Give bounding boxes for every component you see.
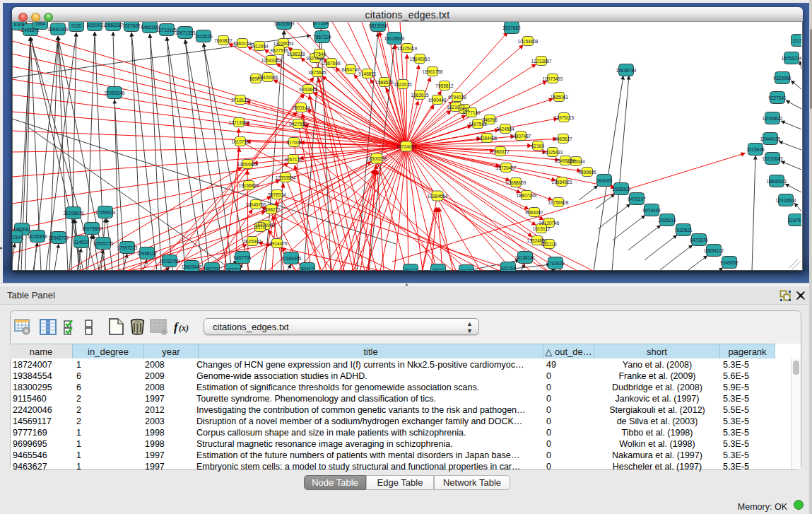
svg-text:2405571: 2405571: [21, 28, 40, 33]
svg-text:20364436: 20364436: [477, 136, 498, 141]
svg-text:10654112: 10654112: [704, 248, 724, 253]
svg-text:917004: 917004: [286, 140, 302, 145]
svg-text:3624554: 3624554: [496, 127, 514, 132]
svg-text:20053346: 20053346: [105, 90, 125, 95]
svg-text:20691406: 20691406: [48, 27, 69, 32]
svg-text:2383061: 2383061: [13, 227, 31, 232]
svg-text:12353594: 12353594: [276, 175, 296, 180]
svg-text:352214: 352214: [541, 242, 557, 247]
svg-text:9329966: 9329966: [773, 76, 792, 81]
svg-text:977164: 977164: [313, 22, 329, 25]
svg-text:1322035: 1322035: [394, 82, 412, 87]
svg-text:15720407: 15720407: [496, 165, 517, 170]
svg-text:96233: 96233: [206, 267, 218, 271]
svg-text:18300295: 18300295: [367, 156, 387, 161]
svg-text:14136141: 14136141: [515, 255, 536, 260]
svg-text:8309: 8309: [14, 22, 25, 27]
svg-text:6479197: 6479197: [628, 197, 646, 201]
svg-text:2803144: 2803144: [292, 105, 310, 110]
svg-text:2637682: 2637682: [502, 25, 521, 30]
svg-text:743221: 743221: [225, 267, 241, 271]
svg-text:9474444: 9474444: [642, 208, 661, 213]
svg-text:17359924: 17359924: [95, 210, 116, 215]
svg-text:18807249: 18807249: [517, 193, 537, 198]
svg-text:8471876: 8471876: [690, 238, 708, 243]
svg-text:98901: 98901: [249, 76, 262, 81]
svg-text:12213363: 12213363: [229, 120, 249, 125]
svg-text:9146821: 9146821: [358, 71, 377, 76]
svg-text:1498222: 1498222: [262, 207, 281, 212]
svg-text:2367608: 2367608: [322, 61, 341, 66]
svg-text:5578334: 5578334: [268, 192, 286, 197]
svg-text:7857224: 7857224: [313, 35, 331, 40]
svg-text:13654983: 13654983: [237, 162, 258, 167]
svg-text:8813054: 8813054: [369, 23, 387, 28]
svg-text:12505175: 12505175: [93, 241, 114, 246]
svg-text:9699695: 9699695: [578, 170, 596, 175]
svg-text:10025433: 10025433: [543, 150, 563, 155]
svg-text:7515526: 7515526: [194, 34, 213, 39]
svg-text:8660123: 8660123: [233, 41, 252, 46]
svg-text:9427552: 9427552: [289, 122, 307, 127]
svg-text:10653287: 10653287: [103, 23, 124, 28]
svg-text:10154808: 10154808: [518, 39, 539, 44]
svg-text:6497568: 6497568: [469, 122, 487, 127]
svg-text:15692921: 15692921: [767, 179, 787, 184]
svg-text:9327508: 9327508: [306, 56, 324, 61]
svg-text:10671355: 10671355: [175, 30, 196, 35]
svg-text:7632621: 7632621: [674, 228, 693, 233]
svg-text:9242845: 9242845: [299, 87, 317, 92]
svg-text:1664: 1664: [35, 22, 46, 26]
svg-text:1733426: 1733426: [546, 261, 565, 266]
svg-text:915043: 915043: [87, 23, 102, 28]
svg-text:16120746: 16120746: [539, 221, 560, 226]
svg-text:3215938: 3215938: [746, 147, 765, 152]
svg-text:77546: 77546: [313, 52, 326, 57]
svg-text:(x): (x): [179, 323, 189, 333]
svg-text:11325419: 11325419: [397, 46, 418, 51]
svg-text:8186328: 8186328: [287, 52, 305, 57]
svg-text:15640910: 15640910: [410, 57, 430, 62]
svg-text:6794028: 6794028: [448, 95, 466, 100]
svg-text:9245052: 9245052: [720, 260, 739, 265]
svg-text:80412: 80412: [301, 267, 314, 271]
svg-text:17957223: 17957223: [117, 245, 138, 250]
svg-text:4475344: 4475344: [567, 159, 585, 164]
svg-text:10688609: 10688609: [506, 180, 526, 185]
svg-text:11172: 11172: [792, 38, 801, 43]
svg-text:10543362: 10543362: [261, 58, 282, 63]
svg-text:12942737: 12942737: [49, 235, 69, 240]
svg-text:7986372: 7986372: [491, 149, 510, 154]
svg-text:16053809: 16053809: [274, 22, 295, 26]
svg-text:7955812: 7955812: [435, 83, 454, 88]
svg-text:114519: 114519: [73, 240, 89, 245]
svg-text:12975115: 12975115: [554, 115, 575, 120]
svg-text:2718129: 2718129: [231, 98, 249, 103]
svg-text:9227341: 9227341: [768, 95, 787, 100]
svg-text:2935114: 2935114: [659, 218, 676, 223]
svg-text:16210643: 16210643: [763, 156, 783, 161]
svg-text:920154: 920154: [500, 266, 516, 271]
svg-text:16914479: 16914479: [267, 241, 288, 246]
svg-text:16961758: 16961758: [423, 69, 443, 74]
svg-text:15751074: 15751074: [782, 56, 801, 61]
svg-text:18724007: 18724007: [396, 144, 417, 149]
svg-text:12213967: 12213967: [531, 59, 552, 64]
svg-text:8454749: 8454749: [341, 67, 360, 72]
svg-text:391544: 391544: [12, 235, 23, 240]
svg-text:73011: 73011: [432, 268, 445, 271]
svg-text:7625402: 7625402: [243, 239, 261, 244]
svg-text:9084067: 9084067: [525, 210, 543, 215]
svg-text:7663822: 7663822: [214, 38, 233, 43]
svg-text:9327505: 9327505: [270, 48, 288, 53]
svg-text:19218506: 19218506: [384, 36, 405, 41]
svg-text:6990448: 6990448: [428, 98, 447, 103]
svg-text:17164485: 17164485: [281, 256, 302, 261]
svg-text:90412: 90412: [404, 268, 417, 271]
svg-text:116753: 116753: [788, 218, 801, 223]
svg-text:3912954: 3912954: [250, 44, 269, 49]
svg-text:20177: 20177: [460, 269, 473, 271]
svg-text:9457791: 9457791: [233, 255, 252, 260]
svg-text:11156819: 11156819: [28, 234, 47, 239]
svg-text:5938923: 5938923: [612, 187, 630, 192]
